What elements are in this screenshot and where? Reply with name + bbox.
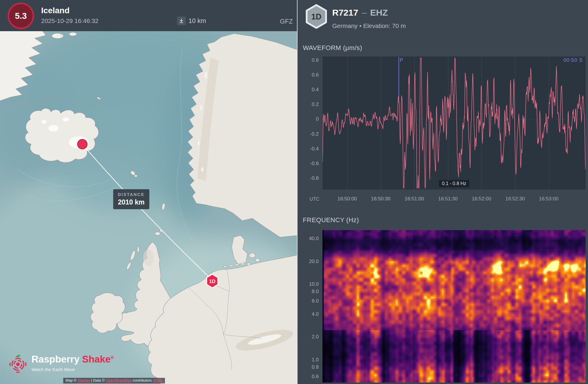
depth-arrow-icon xyxy=(177,16,186,25)
distance-tooltip: DISTANCE 2010 km xyxy=(113,189,149,209)
hexagon-icon: 1D xyxy=(305,4,328,29)
spectrogram-chart xyxy=(323,230,586,383)
waveform-x-axis: 16:50:0016:50:3016:51:0016:51:3016:52:00… xyxy=(298,196,588,202)
waveform-x-tick: 16:50:00 xyxy=(338,196,357,202)
waveform-y-tick: -0.2 xyxy=(298,131,319,137)
raspberry-shake-logo: RaspberryShake® Watch the Earth Move xyxy=(8,353,114,373)
waveform-x-tick: 16:51:30 xyxy=(438,196,457,202)
event-timestamp: 2025-10-29 16:46:32 xyxy=(41,17,98,24)
waveform-y-tick: -0.6 xyxy=(298,161,319,167)
waveform-y-tick: -0.4 xyxy=(298,146,319,152)
waveform-chart: P 00:50 S 0.1 - 0.8 Hz xyxy=(323,56,586,189)
magnitude-value: 5.3 xyxy=(15,11,27,21)
spectrogram-y-tick: 40.0 xyxy=(298,236,319,242)
station-code: R7217 xyxy=(332,8,358,17)
raspberry-icon xyxy=(8,353,28,373)
spectrogram-y-tick: 0.8 xyxy=(298,364,319,370)
waveform-y-tick: 0.4 xyxy=(298,87,319,93)
waveform-y-tick: 0.6 xyxy=(298,72,319,78)
station-marker-label: 1D xyxy=(209,279,216,284)
station-badge-label: 1D xyxy=(311,12,322,21)
spectrogram-y-tick: 0.6 xyxy=(298,374,319,380)
waveform-x-tick: 16:53:00 xyxy=(539,196,558,202)
spectrogram-y-tick: 20.0 xyxy=(298,259,319,265)
waveform-x-tick: 16:52:00 xyxy=(472,196,491,202)
s-wave-countdown-label: 00:50 S xyxy=(563,57,583,63)
spectrogram-y-tick: 8.0 xyxy=(298,289,319,295)
station-panel: 1D R7217–EHZ Germany • Elevation: 70 m W… xyxy=(297,0,588,384)
waveform-x-tick: 16:51:00 xyxy=(405,196,424,202)
attribution-link-stamen[interactable]: Stamen xyxy=(77,378,90,383)
map-panel: 5.3 Iceland 2025-10-29 16:46:32 10 km GF… xyxy=(0,0,297,384)
event-source: GFZ xyxy=(280,18,293,25)
event-region: Iceland xyxy=(41,6,98,15)
station-marker[interactable]: 1D xyxy=(207,274,218,288)
station-meta: Germany • Elevation: 70 m xyxy=(332,22,406,29)
distance-label: DISTANCE xyxy=(118,192,145,197)
station-title: R7217–EHZ xyxy=(332,8,388,18)
waveform-x-tick: 16:52:30 xyxy=(505,196,525,202)
spectrogram-canvas xyxy=(323,230,586,383)
epicenter-marker[interactable] xyxy=(78,139,87,149)
app-root: 5.3 Iceland 2025-10-29 16:46:32 10 km GF… xyxy=(0,0,588,384)
event-info: Iceland 2025-10-29 16:46:32 xyxy=(41,6,98,24)
brand-shake: Shake xyxy=(82,354,111,365)
waveform-y-tick: 0.8 xyxy=(298,57,319,63)
spectrogram-y-tick: 1.0 xyxy=(298,357,319,363)
waveform-canvas xyxy=(323,56,586,189)
spectrogram-y-tick: 10.0 xyxy=(298,281,319,287)
magnitude-badge: 5.3 xyxy=(8,3,34,29)
distance-value: 2010 km xyxy=(118,198,145,206)
attribution-link-odbl[interactable]: ODbL xyxy=(153,378,163,383)
spectrogram-y-tick: 2.0 xyxy=(298,334,319,340)
event-depth: 10 km xyxy=(177,16,206,25)
waveform-section-title: WAVEFORM (μm/s) xyxy=(303,44,362,52)
attribution-link-osm[interactable]: OpenStreetMap xyxy=(106,378,131,383)
map-attribution: Map © Stamen | Data © OpenStreetMap cont… xyxy=(63,378,165,383)
registered-mark: ® xyxy=(111,355,113,360)
brand-raspberry: Raspberry xyxy=(31,354,79,365)
waveform-y-tick: 0 xyxy=(298,116,319,122)
p-wave-label: P xyxy=(400,57,403,63)
frequency-section-title: FREQUENCY (Hz) xyxy=(303,216,359,224)
spectrogram-y-tick: 6.0 xyxy=(298,298,319,304)
attribution-text: Map © xyxy=(66,378,77,383)
map-viewport[interactable]: 1D DISTANCE 2010 km RaspberryShake® Watc… xyxy=(0,31,297,384)
brand-tagline: Watch the Earth Move xyxy=(31,367,114,372)
waveform-x-tick: 16:50:30 xyxy=(371,196,390,202)
waveform-y-tick: -0.8 xyxy=(298,175,319,181)
filter-band-label: 0.1 - 0.8 Hz xyxy=(439,180,470,187)
attribution-text: contributors xyxy=(132,378,153,383)
station-channel: EHZ xyxy=(370,8,388,17)
station-separator: – xyxy=(362,8,367,17)
depth-value: 10 km xyxy=(188,17,206,25)
attribution-text: | Data © xyxy=(90,378,106,383)
spectrogram-y-tick: 4.0 xyxy=(298,311,319,317)
station-badge: 1D xyxy=(305,4,328,30)
waveform-y-tick: 0.2 xyxy=(298,102,319,107)
event-header: 5.3 Iceland 2025-10-29 16:46:32 10 km GF… xyxy=(0,0,297,31)
brand-name: RaspberryShake® xyxy=(31,354,114,366)
